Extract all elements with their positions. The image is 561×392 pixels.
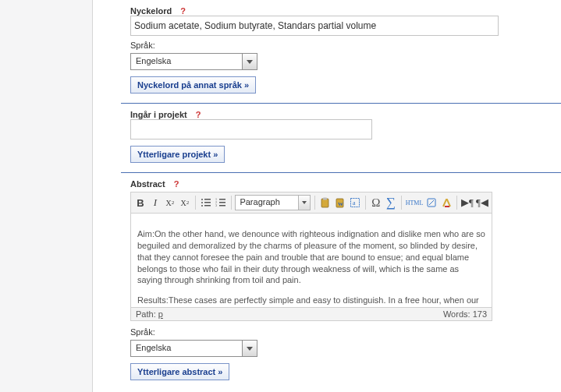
project-help-icon[interactable]: ? (196, 110, 201, 119)
html-button[interactable]: HTML (406, 195, 424, 210)
keywords-lang-value: Engelska (131, 54, 242, 69)
abstract-section: Abstract ? B I X2 X2 123 (121, 173, 561, 390)
equation-button[interactable]: ∑ (385, 195, 397, 210)
more-abstract-button[interactable]: Ytterligare abstract » (130, 363, 229, 380)
paste-word-button[interactable]: W (334, 195, 346, 210)
abstract-editor: B I X2 X2 123 Paragraph (130, 192, 492, 321)
abstract-paragraph: Results:These cases are perfectly simple… (137, 295, 485, 307)
svg-rect-3 (204, 202, 211, 203)
svg-point-0 (201, 199, 203, 200)
toolbar-separator (401, 196, 402, 210)
svg-rect-7 (219, 199, 225, 200)
keywords-lang-select[interactable]: Engelska (130, 53, 257, 70)
svg-rect-19 (445, 206, 449, 207)
abstract-paragraph: Aim:On the other hand, we denounce with … (137, 228, 485, 286)
italic-button[interactable]: I (149, 195, 162, 210)
toolbar-separator (231, 196, 232, 210)
keywords-label: Nyckelord (130, 6, 172, 16)
keywords-lang-label: Språk: (130, 41, 538, 50)
keywords-help-icon[interactable]: ? (180, 6, 186, 16)
abstract-lang-value: Engelska (131, 341, 242, 356)
svg-rect-13 (323, 198, 327, 200)
rtl-button[interactable]: ¶◀ (476, 195, 488, 210)
chevron-down-icon[interactable] (242, 54, 257, 69)
cleanup-button[interactable] (425, 195, 438, 210)
keywords-section: Nyckelord ? Språk: Engelska Nyckelord på… (121, 0, 561, 103)
project-section: Ingår i projekt ? Ytterligare projekt » (121, 104, 561, 172)
toolbar-separator (195, 196, 196, 210)
abstract-help-icon[interactable]: ? (174, 179, 179, 189)
keywords-input[interactable] (130, 16, 499, 36)
svg-text:3: 3 (215, 203, 217, 207)
svg-rect-1 (204, 199, 211, 200)
svg-point-4 (201, 205, 203, 207)
toolbar-separator (456, 196, 457, 210)
svg-rect-12 (321, 199, 328, 207)
remove-format-button[interactable] (440, 195, 453, 210)
editor-path: Path: p (136, 309, 163, 319)
svg-text:a: a (353, 200, 356, 207)
editor-toolbar: B I X2 X2 123 Paragraph (131, 192, 492, 214)
toolbar-separator (314, 196, 315, 210)
bold-button[interactable]: B (134, 195, 147, 210)
bullet-list-button[interactable] (200, 195, 212, 210)
svg-text:W: W (338, 201, 343, 207)
project-input[interactable] (130, 119, 372, 139)
project-label: Ingår i projekt (130, 110, 187, 119)
more-projects-button[interactable]: Ytterligare projekt » (130, 146, 225, 163)
editor-statusbar: Path: p Words: 173 (131, 307, 492, 320)
format-select[interactable]: Paragraph (235, 195, 311, 210)
svg-rect-11 (219, 205, 225, 207)
format-value: Paragraph (236, 196, 298, 210)
abstract-lang-label: Språk: (130, 327, 538, 337)
ltr-button[interactable]: ▶¶ (461, 195, 474, 210)
chevron-down-icon[interactable] (298, 196, 310, 210)
superscript-button[interactable]: X2 (179, 195, 191, 210)
abstract-lang-select[interactable]: Engelska (130, 340, 257, 357)
svg-rect-9 (219, 202, 225, 203)
more-keywords-button[interactable]: Nyckelord på annat språk » (130, 76, 256, 94)
editor-wordcount: Words: 173 (443, 309, 487, 319)
subscript-button[interactable]: X2 (164, 195, 176, 210)
paste-button[interactable] (319, 195, 332, 210)
svg-rect-5 (204, 205, 211, 207)
select-all-button[interactable]: a (349, 195, 361, 210)
toolbar-separator (365, 196, 366, 210)
chevron-down-icon[interactable] (242, 341, 257, 356)
special-char-button[interactable]: Ω (370, 195, 382, 210)
svg-point-2 (201, 202, 203, 203)
abstract-textarea[interactable]: Aim:On the other hand, we denounce with … (131, 214, 492, 307)
abstract-label: Abstract (130, 179, 165, 189)
number-list-button[interactable]: 123 (215, 195, 227, 210)
left-sidebar (0, 0, 93, 392)
